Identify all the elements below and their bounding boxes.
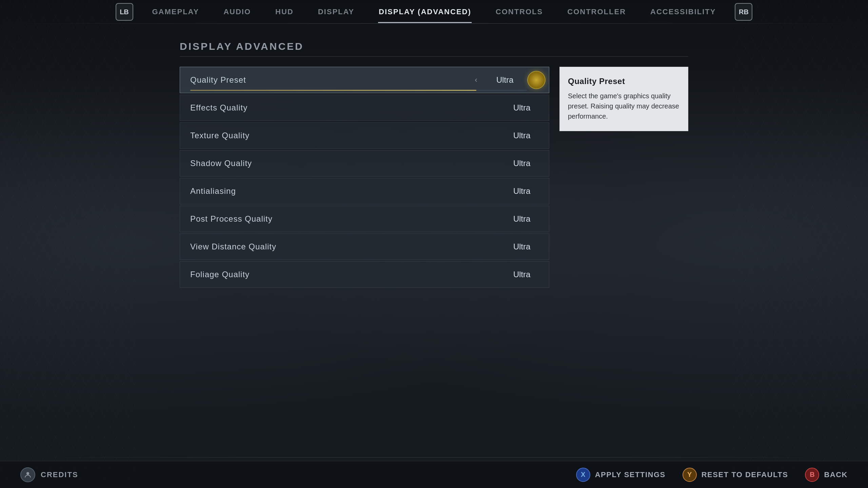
setting-name-antialiasing: Antialiasing [190, 186, 236, 196]
setting-row-texture-quality[interactable]: Texture Quality Ultra [180, 122, 549, 149]
hex-pattern-left [0, 0, 136, 488]
setting-value-container-view-distance-quality: Ultra [505, 242, 539, 251]
lb-button[interactable]: LB [116, 3, 133, 21]
credits-label[interactable]: CREDITS [41, 470, 78, 479]
setting-value-effects-quality: Ultra [505, 103, 539, 113]
bottom-bar: CREDITS X APPLY SETTINGS Y RESET TO DEFA… [0, 461, 868, 488]
nav-bottom-line [0, 23, 868, 24]
setting-value-foliage-quality: Ultra [505, 270, 539, 279]
setting-name-view-distance-quality: View Distance Quality [190, 242, 276, 251]
setting-row-view-distance-quality[interactable]: View Distance Quality Ultra [180, 233, 549, 260]
setting-row-foliage-quality[interactable]: Foliage Quality Ultra [180, 261, 549, 288]
b-button: B [805, 468, 819, 482]
setting-value-container-effects-quality: Ultra [505, 103, 539, 113]
top-navigation: LB GAMEPLAY AUDIO HUD DISPLAY DISPLAY (A… [0, 0, 868, 24]
setting-name-effects-quality: Effects Quality [190, 103, 248, 113]
setting-row-post-process-quality[interactable]: Post Process Quality Ultra [180, 206, 549, 232]
reset-defaults-label: RESET TO DEFAULTS [702, 470, 788, 479]
setting-value-container-antialiasing: Ultra [505, 186, 539, 196]
info-panel-description: Select the game's graphics quality prese… [568, 91, 680, 121]
apply-settings-label: APPLY SETTINGS [595, 470, 666, 479]
info-panel: Quality Preset Select the game's graphic… [559, 67, 688, 131]
setting-value-container-texture-quality: Ultra [505, 131, 539, 140]
settings-list: Quality Preset ‹ Ultra › Effects Quality… [180, 67, 549, 289]
bottom-action-apply[interactable]: X APPLY SETTINGS [576, 468, 666, 482]
tab-accessibility[interactable]: ACCESSIBILITY [638, 1, 728, 23]
hex-pattern-right [732, 0, 868, 488]
credits-icon [20, 467, 35, 482]
setting-value-texture-quality: Ultra [505, 131, 539, 140]
setting-value-quality-preset: Ultra [488, 75, 522, 85]
setting-value-view-distance-quality: Ultra [505, 242, 539, 251]
setting-value-container-foliage-quality: Ultra [505, 270, 539, 279]
tab-controller[interactable]: CONTROLLER [555, 1, 638, 23]
bottom-right: X APPLY SETTINGS Y RESET TO DEFAULTS B B… [576, 468, 848, 482]
settings-container: Quality Preset ‹ Ultra › Effects Quality… [180, 67, 688, 289]
x-button: X [576, 468, 590, 482]
setting-name-foliage-quality: Foliage Quality [190, 270, 250, 279]
tab-controls[interactable]: CONTROLS [484, 1, 555, 23]
svg-point-0 [26, 472, 29, 475]
info-panel-title: Quality Preset [568, 77, 680, 86]
bottom-action-back[interactable]: B BACK [805, 468, 848, 482]
main-content: DISPLAY ADVANCED Quality Preset ‹ Ultra … [180, 41, 688, 289]
setting-value-shadow-quality: Ultra [505, 159, 539, 168]
setting-row-shadow-quality[interactable]: Shadow Quality Ultra [180, 150, 549, 177]
setting-name-quality-preset: Quality Preset [190, 75, 246, 85]
tab-display[interactable]: DISPLAY [306, 1, 367, 23]
tab-gameplay[interactable]: GAMEPLAY [140, 1, 212, 23]
slider-indicator [190, 90, 527, 91]
y-button: Y [683, 468, 697, 482]
tab-hud[interactable]: HUD [263, 1, 306, 23]
nav-tabs: GAMEPLAY AUDIO HUD DISPLAY DISPLAY (ADVA… [140, 1, 728, 23]
confirm-circle [527, 71, 546, 89]
setting-name-shadow-quality: Shadow Quality [190, 159, 252, 168]
setting-row-antialiasing[interactable]: Antialiasing Ultra [180, 178, 549, 204]
setting-value-post-process-quality: Ultra [505, 214, 539, 224]
setting-row-effects-quality[interactable]: Effects Quality Ultra [180, 95, 549, 121]
setting-name-post-process-quality: Post Process Quality [190, 214, 273, 224]
arrow-left-quality-preset[interactable]: ‹ [471, 76, 481, 84]
setting-value-container-post-process-quality: Ultra [505, 214, 539, 224]
tab-audio[interactable]: AUDIO [211, 1, 263, 23]
bottom-action-reset[interactable]: Y RESET TO DEFAULTS [683, 468, 788, 482]
page-title: DISPLAY ADVANCED [180, 41, 688, 57]
person-icon [24, 471, 32, 479]
rb-button[interactable]: RB [735, 3, 752, 21]
back-label: BACK [824, 470, 848, 479]
setting-name-texture-quality: Texture Quality [190, 131, 250, 140]
decorative-line [0, 457, 868, 458]
setting-row-quality-preset[interactable]: Quality Preset ‹ Ultra › [180, 67, 549, 93]
tab-display-advanced[interactable]: DISPLAY (ADVANCED) [367, 1, 484, 23]
bottom-left: CREDITS [20, 467, 78, 482]
setting-value-container-shadow-quality: Ultra [505, 159, 539, 168]
slider-fill [190, 90, 476, 91]
setting-value-antialiasing: Ultra [505, 186, 539, 196]
